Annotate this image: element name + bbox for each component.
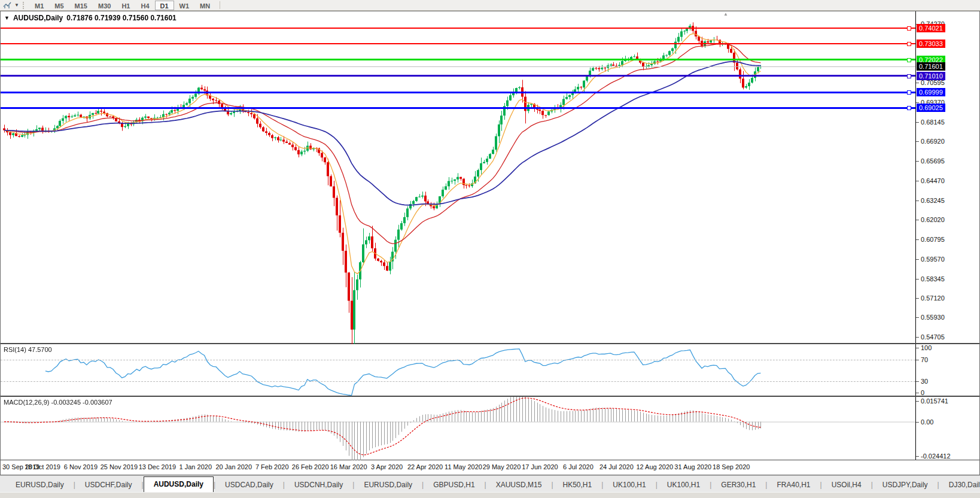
date-label: 6 Nov 2019 [64, 463, 98, 470]
chart-window: 0.742700.705950.693700.681450.669200.656… [0, 11, 980, 475]
tab-hk50-h1[interactable]: HK50,H1 [553, 478, 602, 492]
current-price-label: 0.71601 [917, 62, 945, 71]
date-label: 26 Feb 2020 [292, 463, 329, 470]
price-tick: 0.60795 [921, 236, 945, 243]
candlestick-canvas[interactable] [1, 11, 915, 344]
chevron-down-icon[interactable]: ▼ [14, 2, 20, 8]
macd-panel[interactable]: 0.0157410.00-0.024412 MACD(12,26,9) -0.0… [1, 397, 979, 460]
price-tick: 0.65695 [921, 157, 945, 165]
timeframe-h4-button[interactable]: H4 [135, 1, 154, 10]
timeframe-m5-button[interactable]: M5 [49, 1, 69, 10]
hline-handle[interactable] [907, 42, 911, 46]
hline-0.69025[interactable] [1, 107, 915, 109]
hline-handle[interactable] [907, 106, 911, 110]
tab-gbpusd-h1[interactable]: GBPUSD,H1 [424, 478, 484, 492]
rsi-tick: 0 [921, 389, 924, 396]
price-tick: 0.63245 [921, 197, 945, 204]
hline-0.69999[interactable] [1, 92, 915, 93]
date-label: 7 Feb 2020 [255, 463, 289, 470]
date-label: 1 Jan 2020 [179, 463, 212, 470]
timeframe-toolbar: ▼ M1M5M15M30H1H4D1W1MN [0, 0, 980, 11]
tab-usdcnh-daily[interactable]: USDCNH,Daily [285, 478, 352, 492]
date-label: 18 Sep 2020 [713, 463, 750, 470]
hline-0.72022[interactable] [1, 59, 915, 60]
date-label: 3 Apr 2020 [371, 463, 403, 470]
hline-price-label: 0.73033 [917, 40, 945, 48]
hline-handle[interactable] [907, 90, 911, 95]
price-tick: 0.64470 [921, 177, 945, 184]
date-label: 24 Jul 2020 [599, 463, 634, 470]
status-strip [0, 492, 980, 498]
hline-0.71010[interactable] [1, 75, 915, 77]
rsi-level-line [1, 360, 915, 360]
date-label: 11 May 2020 [445, 463, 482, 470]
hline-0.73033[interactable] [1, 43, 915, 44]
timeframe-h1-button[interactable]: H1 [116, 1, 135, 10]
date-label: 12 Aug 2020 [636, 463, 673, 470]
hline-0.74021[interactable] [1, 28, 915, 29]
macd-tick: -0.024412 [921, 453, 951, 460]
date-label: 13 Dec 2019 [139, 463, 176, 470]
chart-shift-marker-icon[interactable]: ▲ [723, 11, 728, 17]
hline-handle[interactable] [907, 26, 911, 31]
date-label: 6 Jul 2020 [563, 463, 594, 470]
tab-uk100-h1[interactable]: UK100,H1 [603, 478, 655, 492]
macd-axis: 0.0157410.00-0.024412 [915, 397, 979, 460]
date-axis: 30 Sep 201918 Oct 20196 Nov 201925 Nov 2… [1, 460, 979, 475]
mt4-window: ▼ M1M5M15M30H1H4D1W1MN 0.742700.705950.6… [0, 0, 980, 498]
date-label: 16 Mar 2020 [330, 463, 367, 470]
timeframe-w1-button[interactable]: W1 [174, 1, 195, 10]
rsi-tick: 30 [921, 378, 928, 385]
hline-handle[interactable] [907, 74, 911, 78]
tab-audusd-daily[interactable]: AUDUSD,Daily [144, 476, 214, 492]
rsi-axis: 10070300 [915, 344, 979, 396]
chart-context-caret-icon[interactable]: ▼ [4, 15, 10, 21]
tab-usdcad-daily[interactable]: USDCAD,Daily [215, 478, 283, 492]
tab-eurusd-daily[interactable]: EURUSD,Daily [354, 478, 422, 492]
rsi-tick: 100 [921, 344, 932, 351]
current-price-line [1, 66, 915, 67]
tab-xauusd-m15[interactable]: XAUUSD,M15 [486, 478, 552, 492]
timeframe-m30-button[interactable]: M30 [93, 1, 116, 10]
tab-dj30-daily[interactable]: DJ30,Daily [939, 478, 980, 492]
macd-canvas[interactable] [1, 397, 915, 460]
tab-eurusd-daily[interactable]: EURUSD,Daily [6, 478, 74, 492]
macd-label: MACD(12,26,9) -0.003245 -0.003607 [4, 399, 112, 406]
timeframe-d1-button[interactable]: D1 [155, 1, 174, 10]
price-chart-panel[interactable]: 0.742700.705950.693700.681450.669200.656… [1, 11, 979, 344]
rsi-tick: 70 [921, 356, 928, 363]
tab-fra40-h1[interactable]: FRA40,H1 [767, 478, 820, 492]
tab-uk100-h1[interactable]: UK100,H1 [658, 478, 710, 492]
date-label: 22 Apr 2020 [407, 463, 443, 470]
hline-price-label: 0.69025 [917, 104, 945, 112]
date-label: 31 Aug 2020 [674, 463, 711, 470]
tab-usdchf-daily[interactable]: USDCHF,Daily [75, 478, 142, 492]
timeframe-buttons: M1M5M15M30H1H4D1W1MN [29, 1, 215, 10]
date-label: 17 Jun 2020 [522, 463, 558, 470]
price-tick: 0.57120 [921, 294, 945, 302]
toolbar-grip[interactable] [23, 2, 26, 9]
date-label: 29 May 2020 [483, 463, 521, 470]
price-tick: 0.55930 [921, 314, 945, 321]
tab-usoil-h4[interactable]: USOil,H4 [822, 478, 871, 492]
timeframe-mn-button[interactable]: MN [194, 1, 215, 10]
hline-price-label: 0.71010 [917, 72, 945, 80]
ohlc-values: 0.71876 0.71939 0.71560 0.71601 [66, 14, 176, 22]
rsi-panel[interactable]: 10070300 RSI(14) 47.5700 [1, 344, 979, 397]
rsi-level-line [1, 381, 915, 382]
date-label: 20 Jan 2020 [215, 463, 252, 470]
price-tick: 0.54705 [921, 333, 945, 341]
price-tick: 0.66920 [921, 138, 945, 145]
timeframe-m15-button[interactable]: M15 [69, 1, 93, 10]
macd-tick: 0.00 [921, 418, 933, 426]
date-label: 25 Nov 2019 [101, 463, 138, 470]
chart-type-icon[interactable] [1, 1, 13, 10]
rsi-canvas[interactable] [1, 344, 915, 397]
hline-handle[interactable] [907, 58, 911, 62]
price-tick: 0.68145 [921, 119, 945, 126]
tab-usdjpy-daily[interactable]: USDJPY,Daily [873, 478, 938, 492]
price-tick: 0.62020 [921, 216, 945, 223]
chart-tab-bar: EURUSD,Daily|USDCHF,Daily|AUDUSD,Daily|U… [0, 475, 980, 492]
timeframe-m1-button[interactable]: M1 [29, 1, 49, 10]
tab-ger30-h1[interactable]: GER30,H1 [711, 478, 765, 492]
